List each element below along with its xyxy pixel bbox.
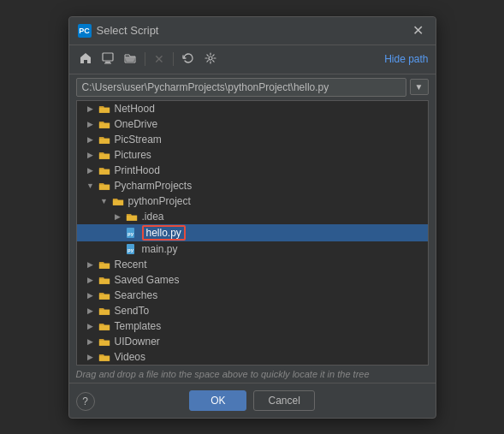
tree-item-sendto[interactable]: ▶ SendTo bbox=[77, 303, 428, 318]
tree-item-printhood[interactable]: ▶ PrintHood bbox=[77, 163, 428, 178]
tree-item-main-py[interactable]: py main.py bbox=[77, 241, 428, 257]
item-label-uidowner: UIDowner bbox=[115, 336, 160, 348]
folder-icon-idea bbox=[125, 210, 139, 223]
svg-rect-0 bbox=[103, 53, 113, 61]
tree-item-searches[interactable]: ▶ Searches bbox=[77, 288, 428, 303]
folder-icon-printhood bbox=[98, 163, 111, 177]
expand-arrow-nethood: ▶ bbox=[84, 104, 98, 113]
tree-item-templates[interactable]: ▶ Templates bbox=[77, 318, 428, 334]
item-label-picstream: PicStream bbox=[115, 134, 162, 146]
tree-item-nethood[interactable]: ▶ NetHood bbox=[77, 101, 428, 116]
folder-icon-savedgames bbox=[98, 273, 111, 287]
gear-icon bbox=[205, 52, 216, 67]
ok-button[interactable]: OK bbox=[189, 390, 246, 411]
expand-arrow-sendto: ▶ bbox=[84, 306, 98, 315]
item-label-hello-py: hello.py bbox=[146, 227, 181, 239]
expand-arrow-printhood: ▶ bbox=[84, 166, 98, 175]
folder-icon-nethood bbox=[98, 102, 111, 116]
folder-icon-pictures bbox=[98, 148, 111, 162]
folder-icon-pythonproject bbox=[111, 194, 125, 208]
app-icon: PC bbox=[78, 24, 92, 38]
delete-icon: ✕ bbox=[154, 52, 164, 66]
footer: ? OK Cancel bbox=[69, 383, 436, 418]
settings-button[interactable] bbox=[201, 51, 220, 68]
separator-2 bbox=[173, 52, 174, 66]
item-label-idea: .idea bbox=[142, 211, 164, 223]
tree-item-uidowner[interactable]: ▶ UIDowner bbox=[77, 334, 428, 349]
expand-arrow-savedgames: ▶ bbox=[84, 276, 98, 284]
home-icon bbox=[80, 52, 92, 67]
title-bar-left: PC Select Script bbox=[78, 24, 159, 38]
hide-path-button[interactable]: Hide path bbox=[384, 53, 428, 65]
select-script-dialog: PC Select Script ✕ bbox=[68, 16, 436, 419]
tree-item-onedrive[interactable]: ▶ OneDrive bbox=[77, 116, 428, 132]
item-label-nethood: NetHood bbox=[115, 103, 155, 115]
close-button[interactable]: ✕ bbox=[409, 22, 427, 39]
folder-open-icon bbox=[124, 52, 136, 66]
hint-text: Drag and drop a file into the space abov… bbox=[69, 366, 436, 383]
path-bar: ▼ bbox=[69, 74, 436, 100]
dropdown-arrow-icon: ▼ bbox=[415, 82, 424, 92]
refresh-icon bbox=[182, 52, 194, 67]
delete-button[interactable]: ✕ bbox=[151, 51, 168, 68]
expand-arrow-picstream: ▶ bbox=[84, 135, 98, 144]
item-label-pythonproject: pythonProject bbox=[128, 195, 191, 207]
expand-arrow-pycharmprojects: ▼ bbox=[84, 181, 98, 190]
tree-item-hello-py[interactable]: py hello.py bbox=[77, 224, 428, 241]
folder-icon-searches bbox=[98, 288, 111, 302]
expand-arrow-idea: ▶ bbox=[111, 212, 125, 221]
cancel-button[interactable]: Cancel bbox=[253, 390, 314, 411]
folder-icon-templates bbox=[98, 319, 111, 333]
item-label-templates: Templates bbox=[115, 320, 162, 332]
toolbar: ✕ Hide path bbox=[69, 45, 436, 74]
tree-item-pythonproject[interactable]: ▼ pythonProject bbox=[77, 193, 428, 209]
path-input[interactable] bbox=[76, 78, 406, 97]
folder-icon-pycharmprojects bbox=[98, 179, 111, 193]
computer-button[interactable] bbox=[98, 51, 117, 68]
tree-item-pycharmprojects[interactable]: ▼ PycharmProjects bbox=[77, 178, 428, 193]
folder-icon-uidowner bbox=[98, 335, 111, 348]
item-label-printhood: PrintHood bbox=[115, 164, 160, 176]
title-bar: PC Select Script ✕ bbox=[69, 17, 436, 45]
tree-item-recent[interactable]: ▶ Recent bbox=[77, 257, 428, 272]
svg-rect-2 bbox=[104, 62, 111, 63]
item-label-main-py: main.py bbox=[142, 243, 178, 255]
expand-arrow-onedrive: ▶ bbox=[84, 120, 98, 128]
item-label-savedgames: Saved Games bbox=[115, 274, 180, 286]
file-tree[interactable]: ▶ NetHood ▶ OneDrive ▶ bbox=[76, 100, 429, 366]
computer-icon bbox=[102, 52, 114, 67]
svg-point-3 bbox=[209, 56, 212, 60]
item-label-recent: Recent bbox=[115, 259, 147, 271]
help-button[interactable]: ? bbox=[76, 392, 95, 411]
item-label-searches: Searches bbox=[115, 289, 158, 301]
tree-item-savedgames[interactable]: ▶ Saved Games bbox=[77, 272, 428, 288]
folder-icon-picstream bbox=[98, 133, 111, 146]
expand-arrow-recent: ▶ bbox=[84, 260, 98, 269]
expand-arrow-videos: ▶ bbox=[84, 353, 98, 361]
python-file-icon-hello: py bbox=[125, 226, 139, 240]
folder-icon-recent bbox=[98, 258, 111, 271]
expand-arrow-templates: ▶ bbox=[84, 322, 98, 330]
dialog-title: Select Script bbox=[97, 24, 159, 37]
tree-item-pictures[interactable]: ▶ Pictures bbox=[77, 147, 428, 163]
item-label-pycharmprojects: PycharmProjects bbox=[115, 180, 193, 192]
svg-text:py: py bbox=[127, 247, 134, 253]
folder-icon-sendto bbox=[98, 304, 111, 318]
tree-item-idea[interactable]: ▶ .idea bbox=[77, 209, 428, 224]
item-label-pictures: Pictures bbox=[115, 149, 151, 161]
folder-icon-videos bbox=[98, 350, 111, 364]
item-label-onedrive: OneDrive bbox=[115, 118, 158, 130]
expand-arrow-uidowner: ▶ bbox=[84, 337, 98, 346]
tree-item-picstream[interactable]: ▶ PicStream bbox=[77, 132, 428, 147]
expand-arrow-pythonproject: ▼ bbox=[98, 197, 111, 205]
item-label-sendto: SendTo bbox=[115, 305, 150, 317]
python-file-icon-main: py bbox=[125, 242, 139, 256]
folder-icon-onedrive bbox=[98, 117, 111, 131]
open-folder-button[interactable] bbox=[121, 51, 139, 68]
path-dropdown-button[interactable]: ▼ bbox=[410, 79, 429, 95]
refresh-button[interactable] bbox=[179, 51, 198, 68]
svg-text:py: py bbox=[127, 231, 134, 236]
tree-item-videos[interactable]: ▶ Videos bbox=[77, 349, 428, 365]
home-button[interactable] bbox=[76, 51, 95, 68]
expand-arrow-pictures: ▶ bbox=[84, 151, 98, 159]
